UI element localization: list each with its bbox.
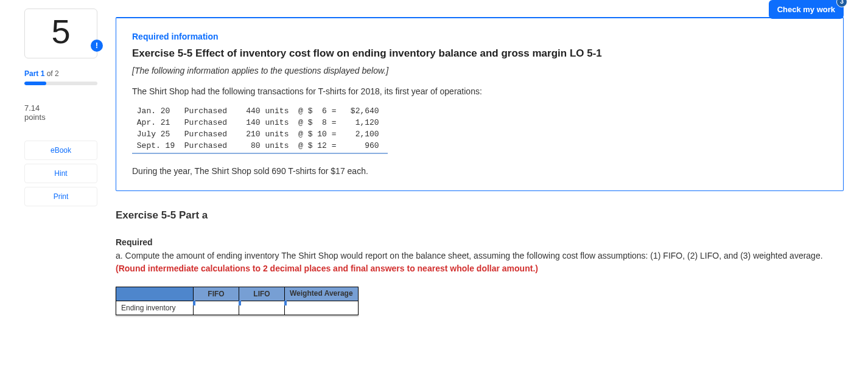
answer-corner <box>116 287 194 301</box>
print-link[interactable]: Print <box>24 187 97 206</box>
required-information-box: Required information Exercise 5-5 Effect… <box>116 17 844 191</box>
requirement-block: Required a. Compute the amount of ending… <box>116 237 844 274</box>
required-heading: Required <box>116 237 844 247</box>
instruction-note: [The following information applies to th… <box>132 66 827 75</box>
part-total: of 2 <box>44 69 58 78</box>
points-value: 7.14 <box>24 103 40 113</box>
col-lifo: LIFO <box>239 287 285 301</box>
required-body-red: (Round intermediate calculations to 2 de… <box>116 264 538 273</box>
check-my-work-label: Check my work <box>777 5 835 14</box>
question-number-card: 5 ! <box>24 9 97 58</box>
col-fifo: FIFO <box>194 287 239 301</box>
sidebar: 5 ! Part 1 of 2 7.14 points eBook Hint P… <box>24 6 97 317</box>
main-content: Required information Exercise 5-5 Effect… <box>116 6 844 317</box>
input-lifo[interactable] <box>239 301 285 315</box>
sold-line: During the year, The Shirt Shop sold 690… <box>132 166 827 176</box>
input-fifo[interactable] <box>194 301 239 315</box>
cell-handle-icon <box>284 301 287 305</box>
alert-icon: ! <box>91 40 103 52</box>
points: 7.14 points <box>24 103 97 122</box>
check-badge: 3 <box>836 0 847 7</box>
answer-table-wrap: FIFO LIFO Weighted Average Ending invent… <box>116 287 359 315</box>
required-body: a. Compute the amount of ending inventor… <box>116 251 823 260</box>
cell-handle-icon <box>193 301 195 305</box>
question-number: 5 <box>51 12 70 51</box>
required-text: a. Compute the amount of ending inventor… <box>116 250 844 274</box>
part-indicator: Part 1 of 2 <box>24 69 97 78</box>
ebook-link[interactable]: eBook <box>24 141 97 160</box>
part-title: Exercise 5-5 Part a <box>116 209 844 222</box>
exercise-title: Exercise 5-5 Effect of inventory cost fl… <box>132 47 827 60</box>
row-ending-inventory: Ending inventory <box>116 301 194 315</box>
points-word: points <box>24 113 46 122</box>
transactions-table: Jan. 20 Purchased 440 units @ $ 6 = $2,6… <box>132 106 388 154</box>
cell-handle-icon <box>239 301 241 305</box>
part-progress <box>24 82 97 85</box>
check-my-work-button[interactable]: Check my work 3 <box>769 0 844 19</box>
required-information-heading: Required information <box>132 32 827 41</box>
col-wavg: Weighted Average <box>285 287 359 301</box>
answer-table: FIFO LIFO Weighted Average Ending invent… <box>116 287 359 315</box>
hint-link[interactable]: Hint <box>24 164 97 183</box>
input-wavg[interactable] <box>285 301 359 315</box>
part-progress-fill <box>24 82 46 85</box>
part-current: Part 1 <box>24 69 44 78</box>
lead-text: The Shirt Shop had the following transac… <box>132 86 827 96</box>
